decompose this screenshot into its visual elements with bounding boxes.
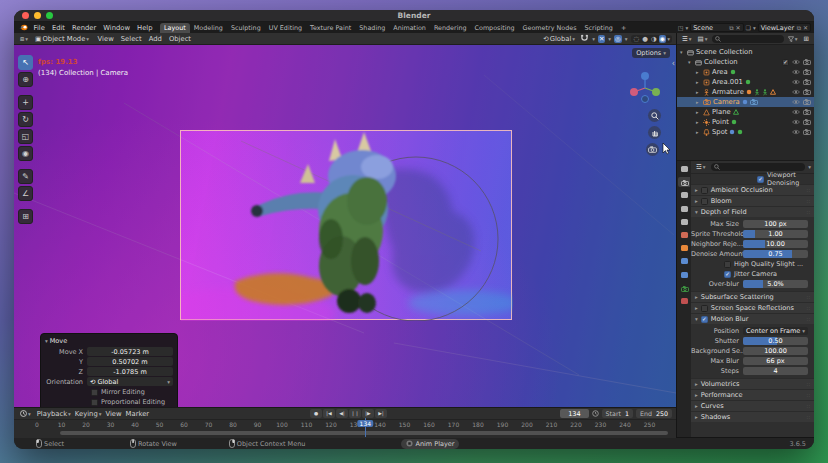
properties-tab-data[interactable] xyxy=(678,283,690,293)
material-shading-icon[interactable]: ◑ xyxy=(650,35,658,43)
workspace-tab-scripting[interactable]: Scripting xyxy=(580,23,616,33)
previous-keyframe-button[interactable]: ◀| xyxy=(336,409,348,418)
end-frame-field[interactable]: End250 xyxy=(636,409,672,418)
workspace-tab-sculpting[interactable]: Sculpting xyxy=(227,23,265,33)
panel-checkbox[interactable] xyxy=(701,187,708,194)
move-field-value[interactable]: 0.50702 m xyxy=(87,357,173,366)
move-panel-header[interactable]: ▾Move xyxy=(45,337,173,345)
proportional-editing-toggle[interactable]: ◎ xyxy=(614,35,622,43)
panel-header-depth-of-field[interactable]: ▾Depth of Field∷ xyxy=(691,206,814,217)
tool-add-cube[interactable]: ⊞ xyxy=(18,209,33,224)
panel-header-motion-blur[interactable]: ▾✓Motion Blur∷ xyxy=(691,313,814,324)
viewport-menu-add[interactable]: Add xyxy=(145,35,165,43)
workspace-tab-modeling[interactable]: Modeling xyxy=(190,23,227,33)
prop-field[interactable]: 100.00 xyxy=(743,347,808,355)
zoom-view-button[interactable] xyxy=(648,109,661,122)
workspace-tab-shading[interactable]: Shading xyxy=(355,23,389,33)
properties-search-input[interactable] xyxy=(711,163,806,171)
timeline-track-area[interactable] xyxy=(14,429,676,438)
outliner-row-area-001[interactable]: ▸Area.001 xyxy=(677,77,814,87)
properties-tab-texture[interactable] xyxy=(678,296,690,306)
panel-checkbox[interactable] xyxy=(701,198,708,205)
menu-window[interactable]: Window xyxy=(100,24,134,32)
tool-transform[interactable]: ◉ xyxy=(18,146,33,161)
move-field-value[interactable]: -1.0785 m xyxy=(87,367,173,376)
panel-header-performance[interactable]: ▸Performance∷ xyxy=(691,389,814,400)
prop-slider[interactable]: 1.00 xyxy=(743,230,808,238)
orientation-dropdown[interactable]: ⟲Global▾ xyxy=(87,377,173,386)
new-view-layer-icon[interactable]: ⧉ xyxy=(797,24,801,32)
panel-header-volumetrics[interactable]: ▸Volumetrics∷ xyxy=(691,378,814,389)
mode-selector[interactable]: ▣Object Mode▾ xyxy=(33,35,91,43)
expand-icon[interactable]: ▸ xyxy=(696,89,701,95)
outliner-row-plane[interactable]: ▸Plane xyxy=(677,107,814,117)
hide-in-viewport-eye-icon[interactable] xyxy=(792,109,800,115)
workspace-tab-animation[interactable]: Animation xyxy=(389,23,430,33)
move-check-proportional-editing[interactable]: Proportional Editing xyxy=(91,398,173,406)
panel-expand-icon[interactable]: ▸ xyxy=(695,294,698,300)
panel-checkbox[interactable] xyxy=(701,305,708,312)
disable-in-render-camera-icon[interactable] xyxy=(803,99,811,105)
hide-in-viewport-eye-icon[interactable] xyxy=(792,79,800,85)
properties-tab-render[interactable] xyxy=(678,177,690,187)
workspace-tab-texture-paint[interactable]: Texture Paint xyxy=(306,23,355,33)
tool-measure[interactable]: ∠ xyxy=(18,186,33,201)
timeline-editor-type-selector[interactable]: ▾ xyxy=(18,410,33,417)
hide-in-viewport-eye-icon[interactable] xyxy=(792,89,800,95)
jump-to-start-button[interactable]: |◀ xyxy=(323,409,335,418)
remove-view-layer-icon[interactable]: ✕ xyxy=(803,24,808,31)
new-scene-icon[interactable]: ⧉ xyxy=(729,24,733,32)
prop-slider[interactable]: 0.50 xyxy=(743,337,808,345)
outliner-editor-type-selector[interactable]: ☰▾ xyxy=(680,35,694,43)
disable-in-render-camera-icon[interactable] xyxy=(803,79,811,85)
view-layer-selector[interactable]: ViewLayer ⧉ ✕ xyxy=(758,23,811,32)
panel-expand-icon[interactable]: ▾ xyxy=(695,209,698,215)
workspace-tab-layout[interactable]: Layout xyxy=(160,23,190,33)
outliner-row-area[interactable]: ▸Area xyxy=(677,67,814,77)
prop-slider[interactable]: 0.75 xyxy=(743,250,808,258)
timeline-menu-playback[interactable]: Playback▾ xyxy=(37,410,71,418)
menu-edit[interactable]: Edit xyxy=(48,24,68,32)
playhead[interactable]: 134 xyxy=(358,420,373,427)
wireframe-shading-icon[interactable]: ◌ xyxy=(633,35,641,43)
panel-header-bloom[interactable]: ▸Bloom∷ xyxy=(691,195,814,206)
tool-move[interactable]: + xyxy=(18,95,33,110)
properties-tab-object[interactable] xyxy=(678,243,690,253)
outliner-row-armature[interactable]: ▸Armature xyxy=(677,87,814,97)
timeline-menu-view[interactable]: View xyxy=(105,410,121,418)
add-workspace-button[interactable]: + xyxy=(617,23,630,33)
disable-in-render-camera-icon[interactable] xyxy=(803,129,811,135)
workspace-tab-compositing[interactable]: Compositing xyxy=(471,23,519,33)
disable-in-render-camera-icon[interactable] xyxy=(803,69,811,75)
start-frame-field[interactable]: Start1 xyxy=(602,409,633,418)
timeline-menu-keying[interactable]: Keying▾ xyxy=(75,410,102,418)
checkbox[interactable] xyxy=(91,389,98,396)
checkbox[interactable]: ✓ xyxy=(724,271,731,278)
hide-in-viewport-eye-icon[interactable] xyxy=(792,119,800,125)
outliner-search-input[interactable] xyxy=(712,35,784,43)
close-window-button[interactable] xyxy=(22,12,29,19)
prop-field[interactable]: 4 xyxy=(743,367,808,375)
outliner-row-collection[interactable]: ▾Collection✓ xyxy=(677,57,814,67)
pan-view-button[interactable] xyxy=(648,126,661,139)
menu-file[interactable]: File xyxy=(30,24,48,32)
anim-player-badge[interactable]: Anim Player xyxy=(401,439,459,449)
timeline-ruler[interactable]: 0102030405060708090100110120130140150160… xyxy=(14,419,676,429)
disable-in-render-camera-icon[interactable] xyxy=(803,109,811,115)
disable-in-render-camera-icon[interactable] xyxy=(803,89,811,95)
expand-icon[interactable]: ▸ xyxy=(696,69,701,75)
expand-icon[interactable]: ▸ xyxy=(696,99,701,105)
menu-render[interactable]: Render xyxy=(69,24,100,32)
tool-cursor[interactable]: ⊕ xyxy=(18,72,33,87)
jump-to-end-button[interactable]: ▶| xyxy=(375,409,387,418)
scene-selector[interactable]: Scene ⧉ ✕ xyxy=(690,23,743,32)
tool-select-box[interactable]: ↖ xyxy=(18,55,33,70)
tool-rotate[interactable]: ↻ xyxy=(18,112,33,127)
disable-in-render-camera-icon[interactable] xyxy=(803,59,811,65)
menu-help[interactable]: Help xyxy=(134,24,157,32)
3d-viewport[interactable]: fps: 19.13 (134) Collection | Camera ↖⊕+… xyxy=(14,45,676,407)
outliner-row-scene-collection[interactable]: ▾Scene Collection xyxy=(677,47,814,57)
prop-slider[interactable]: 10.00 xyxy=(743,240,808,248)
collection-checkbox[interactable]: ✓ xyxy=(782,59,789,66)
timeline-menu-marker[interactable]: Marker xyxy=(126,410,150,418)
